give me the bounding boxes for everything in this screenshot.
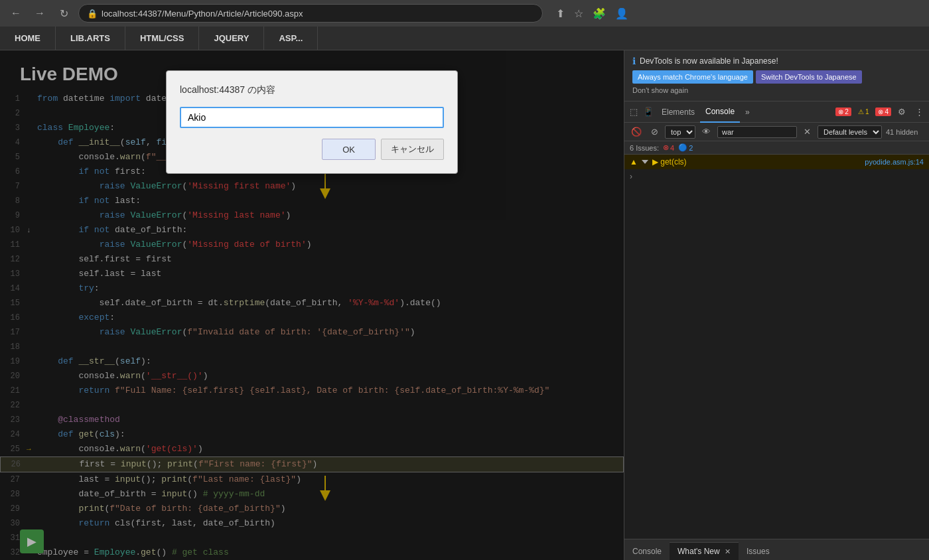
devtools-panel: ℹ DevTools is now available in Japanese!… — [624, 50, 929, 560]
issues-bar: 6 Issues: ⊗ 4 🔵 2 — [624, 141, 929, 155]
clear-console-button[interactable]: 🚫 — [628, 125, 644, 138]
dialog-cancel-button[interactable]: キャンセル — [381, 139, 444, 160]
console-chevron-icon: › — [630, 172, 632, 181]
nav-item-libarts[interactable]: LIB.ARTS — [56, 27, 125, 50]
dialog-overlay: localhost:44387 の内容 OK キャンセル — [0, 50, 624, 560]
levels-select[interactable]: Default levels — [818, 125, 882, 139]
browser-actions: ⬆ ☆ 🧩 👤 — [553, 5, 631, 23]
browser-chrome: ← → ↻ 🔒 localhost:44387/Menu/Python/Arti… — [0, 0, 929, 27]
bookmark-icon[interactable]: ☆ — [571, 5, 586, 23]
console-content: ▲ ▶ get(cls) pyodide.asm.js:14 › — [624, 155, 929, 539]
more-options-icon[interactable]: ⋮ — [912, 105, 926, 118]
notification-buttons: Always match Chrome's language Switch De… — [632, 70, 921, 84]
console-filter-bar: 🚫 ⊘ top 👁 ✕ Default levels 41 hidden — [624, 123, 929, 141]
toolbar-right: ⊗ 2 ⚠ 1 ⊗ 4 ⚙ ⋮ — [835, 105, 926, 118]
nav-item-home[interactable]: HOME — [0, 27, 56, 50]
devtools-bottom-tabs: Console What's New ✕ Issues — [624, 539, 929, 560]
console-entry-source: pyodide.asm.js:14 — [865, 158, 924, 166]
lock-icon: 🔒 — [87, 9, 98, 19]
bottom-tab-whats-new[interactable]: What's New ✕ — [670, 542, 739, 560]
nav-bar: HOME LIB.ARTS HTML/CSS JQUERY ASP... — [0, 27, 929, 50]
warning-indicator: ▲ ▶ get(cls) pyodide.asm.js:14 — [624, 155, 929, 169]
whats-new-close-icon[interactable]: ✕ — [725, 547, 731, 555]
notification-title: ℹ DevTools is now available in Japanese! — [632, 56, 921, 66]
expand-arrow-icon — [640, 157, 650, 167]
bottom-tab-console[interactable]: Console — [624, 543, 670, 560]
devtools-notification: ℹ DevTools is now available in Japanese!… — [624, 50, 929, 102]
console-entry-text: ▶ get(cls) — [652, 157, 687, 167]
refresh-button[interactable]: ↻ — [54, 4, 73, 23]
dialog-title: localhost:44387 の内容 — [180, 84, 444, 96]
switch-japanese-button[interactable]: Switch DevTools to Japanese — [756, 70, 862, 84]
error-sq-icon: ⊗ — [663, 143, 669, 152]
warning-triangle-icon: ▲ — [630, 157, 638, 167]
dialog-input[interactable] — [180, 107, 444, 128]
dont-show-again-link[interactable]: Don't show again — [632, 86, 688, 94]
console-search-input[interactable] — [717, 126, 797, 138]
issue-info-count: 🔵 2 — [678, 143, 693, 152]
forward-button[interactable]: → — [31, 4, 49, 23]
dialog-box: localhost:44387 の内容 OK キャンセル — [166, 70, 458, 174]
hidden-label: 41 hidden — [886, 128, 918, 136]
nav-item-htmlcss[interactable]: HTML/CSS — [125, 27, 199, 50]
clear-search-icon[interactable]: ✕ — [801, 125, 814, 138]
error-icon: ⊗ — [838, 108, 843, 115]
error-badge-2: ⊗ 4 — [875, 107, 891, 116]
device-toolbar-button[interactable]: 📱 — [640, 105, 656, 118]
match-language-button[interactable]: Always match Chrome's language — [632, 70, 753, 84]
issue-error-count: ⊗ 4 — [663, 143, 674, 152]
svg-marker-4 — [642, 160, 648, 164]
share-icon[interactable]: ⬆ — [553, 5, 567, 23]
back-button[interactable]: ← — [7, 4, 25, 23]
dialog-ok-button[interactable]: OK — [322, 139, 376, 160]
warn-badge-1: ⚠ 1 — [855, 107, 872, 116]
tab-more[interactable]: » — [740, 102, 755, 123]
profile-icon[interactable]: 👤 — [612, 5, 631, 23]
context-select[interactable]: top — [665, 125, 695, 139]
extensions-icon[interactable]: 🧩 — [590, 5, 608, 23]
error-badge-1: ⊗ 2 — [835, 107, 851, 116]
issues-label: 6 Issues: — [630, 144, 659, 152]
nav-item-jquery[interactable]: JQUERY — [199, 27, 264, 50]
eye-icon[interactable]: 👁 — [699, 125, 713, 138]
nav-item-asp[interactable]: ASP... — [264, 27, 318, 50]
info-icon: ℹ — [632, 56, 636, 66]
filter-icon[interactable]: ⊘ — [648, 125, 661, 138]
devtools-toolbar: ⬚ 📱 Elements Console » ⊗ 2 ⚠ 1 ⊗ 4 ⚙ ⋮ — [624, 102, 929, 123]
console-prompt-area: › — [624, 169, 929, 184]
tab-elements[interactable]: Elements — [656, 102, 700, 123]
warn-icon: ⚠ — [858, 108, 864, 115]
console-input[interactable] — [635, 172, 924, 181]
error-icon-2: ⊗ — [878, 108, 883, 115]
settings-icon[interactable]: ⚙ — [895, 105, 908, 118]
bottom-tab-issues[interactable]: Issues — [739, 543, 778, 560]
inspect-element-button[interactable]: ⬚ — [627, 105, 640, 118]
tab-console[interactable]: Console — [700, 102, 740, 123]
address-text: localhost:44387/Menu/Python/Article/Arti… — [102, 9, 303, 19]
address-bar[interactable]: 🔒 localhost:44387/Menu/Python/Article/Ar… — [78, 4, 543, 23]
info-sq-icon: 🔵 — [678, 143, 687, 152]
dialog-buttons: OK キャンセル — [180, 139, 444, 160]
